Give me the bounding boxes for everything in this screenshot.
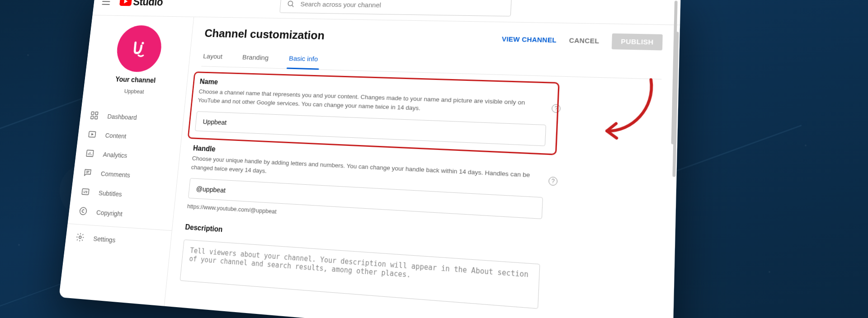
tab-branding[interactable]: Branding bbox=[241, 49, 270, 68]
view-channel-link[interactable]: VIEW CHANNEL bbox=[502, 35, 557, 44]
sidebar-item-label: Content bbox=[105, 131, 127, 140]
sidebar-item-settings[interactable]: Settings bbox=[65, 226, 172, 253]
dashboard-icon bbox=[90, 111, 99, 121]
channel-name: Uppbeat bbox=[124, 88, 144, 95]
svg-point-2 bbox=[142, 42, 144, 45]
sidebar-item-label: Dashboard bbox=[107, 112, 137, 121]
svg-marker-8 bbox=[91, 133, 94, 136]
svg-rect-6 bbox=[94, 116, 97, 119]
description-section: Description bbox=[179, 223, 657, 318]
sidebar-item-label: Settings bbox=[93, 234, 116, 243]
svg-rect-15 bbox=[82, 189, 89, 195]
subtitles-icon bbox=[80, 187, 90, 197]
studio-logo[interactable]: Studio bbox=[119, 0, 164, 8]
search-placeholder: Search across your channel bbox=[300, 0, 382, 9]
sidebar-item-label: Copyright bbox=[96, 208, 123, 217]
cancel-button[interactable]: CANCEL bbox=[569, 37, 599, 45]
help-icon[interactable]: ? bbox=[552, 104, 561, 113]
your-channel-label: Your channel bbox=[115, 75, 156, 84]
page-title: Channel customization bbox=[204, 26, 325, 42]
svg-point-21 bbox=[79, 236, 81, 238]
name-input[interactable] bbox=[195, 111, 546, 146]
svg-rect-3 bbox=[91, 112, 94, 114]
youtube-icon bbox=[119, 0, 132, 6]
main-panel: Channel customization VIEW CHANNEL CANCE… bbox=[165, 17, 680, 318]
svg-rect-4 bbox=[95, 112, 98, 115]
publish-button: PUBLISH bbox=[612, 33, 663, 51]
studio-window: Studio Search across your channel bbox=[59, 0, 681, 318]
tab-layout[interactable]: Layout bbox=[201, 48, 224, 66]
studio-logo-text: Studio bbox=[132, 0, 164, 8]
svg-rect-5 bbox=[91, 116, 94, 119]
tabs: Layout Branding Basic info bbox=[201, 48, 662, 80]
content-icon bbox=[87, 129, 97, 139]
svg-point-20 bbox=[80, 207, 87, 215]
gear-icon bbox=[75, 232, 85, 243]
svg-line-11 bbox=[90, 152, 90, 155]
comments-icon bbox=[83, 168, 93, 178]
menu-icon[interactable] bbox=[99, 0, 113, 9]
svg-line-1 bbox=[292, 5, 294, 7]
sidebar-item-label: Comments bbox=[100, 169, 131, 178]
avatar[interactable] bbox=[114, 25, 163, 72]
help-icon[interactable]: ? bbox=[548, 177, 557, 186]
tab-basic-info[interactable]: Basic info bbox=[287, 50, 319, 70]
copyright-icon bbox=[78, 206, 88, 216]
handle-section: Handle Choose your unique handle by addi… bbox=[187, 144, 660, 238]
search-icon bbox=[287, 0, 296, 8]
panel-scrollbar[interactable] bbox=[672, 32, 679, 177]
avatar-glyph-icon bbox=[127, 37, 151, 61]
name-section: Name Choose a channel name that represen… bbox=[195, 78, 661, 151]
sidebar-item-label: Subtitles bbox=[98, 189, 122, 198]
sidebar-item-label: Analytics bbox=[103, 150, 127, 159]
search-input[interactable]: Search across your channel bbox=[280, 0, 512, 16]
analytics-icon bbox=[85, 148, 95, 158]
